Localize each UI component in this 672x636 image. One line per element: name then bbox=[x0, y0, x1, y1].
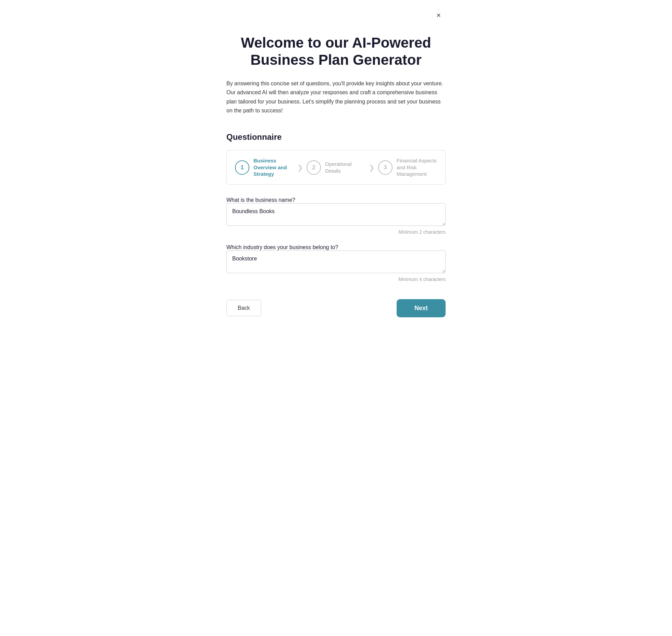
step-2-circle: 2 bbox=[307, 160, 321, 175]
industry-field-group: Which industry does your business belong… bbox=[226, 244, 446, 282]
description-text: By answering this concise set of questio… bbox=[226, 79, 446, 115]
back-button[interactable]: Back bbox=[226, 300, 261, 316]
step-3-label: Financial Aspects and Risk Management bbox=[397, 157, 437, 178]
industry-label: Which industry does your business belong… bbox=[226, 244, 338, 250]
page-title: Welcome to our AI-Powered Business Plan … bbox=[226, 34, 446, 69]
business-name-hint: Minimum 2 characters bbox=[226, 229, 446, 235]
industry-input[interactable]: Bookstore bbox=[226, 250, 446, 273]
close-button[interactable]: × bbox=[435, 10, 442, 21]
questionnaire-title: Questionnaire bbox=[226, 132, 446, 142]
business-name-input[interactable]: Boundless Books bbox=[226, 203, 446, 226]
step-2-label: Operational Details bbox=[325, 161, 365, 174]
step-3[interactable]: 3 Financial Aspects and Risk Management bbox=[378, 157, 437, 178]
step-1-label: Business Overview and Strategy bbox=[253, 157, 294, 178]
next-button[interactable]: Next bbox=[397, 299, 446, 317]
footer-buttons: Back Next bbox=[226, 299, 446, 317]
step-arrow-2: ❯ bbox=[369, 163, 375, 172]
step-3-circle: 3 bbox=[378, 160, 393, 175]
business-name-label: What is the business name? bbox=[226, 197, 295, 203]
page-container: × Welcome to our AI-Powered Business Pla… bbox=[220, 0, 452, 338]
stepper: 1 Business Overview and Strategy ❯ 2 Ope… bbox=[226, 150, 446, 185]
step-1[interactable]: 1 Business Overview and Strategy bbox=[235, 157, 294, 178]
business-name-field-group: What is the business name? Boundless Boo… bbox=[226, 197, 446, 235]
step-arrow-1: ❯ bbox=[297, 163, 303, 172]
step-2[interactable]: 2 Operational Details bbox=[307, 160, 365, 175]
step-1-circle: 1 bbox=[235, 160, 249, 175]
industry-hint: Minimum 4 characters bbox=[226, 277, 446, 282]
